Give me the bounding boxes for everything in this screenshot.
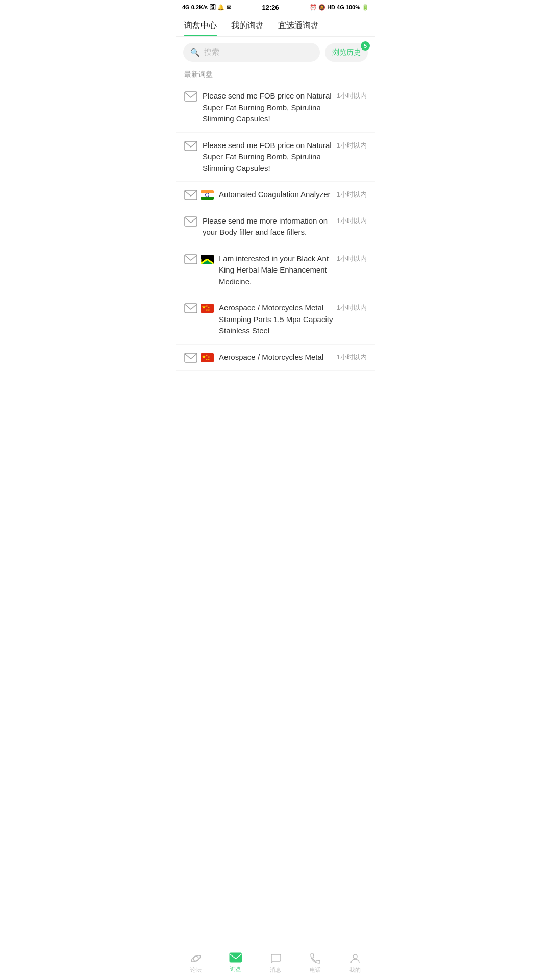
inquiry-time: 1小时以内 (337, 303, 367, 312)
mail-icon (184, 141, 197, 151)
inquiry-content: Please send me FOB price on Natural Supe… (203, 140, 367, 175)
bell-icon: 🔔 (217, 4, 224, 11)
inquiry-content: Aerospace / Motorcycles Metal 1小时以内 (219, 352, 367, 363)
inquiry-time: 1小时以内 (337, 91, 367, 101)
mail-active-icon (229, 952, 242, 964)
inquiry-time: 1小时以内 (337, 254, 367, 263)
svg-rect-12 (185, 304, 197, 313)
list-item[interactable]: I am interested in your Black Ant King H… (176, 246, 375, 296)
mail-icon (184, 353, 197, 363)
inquiry-icons (184, 254, 214, 264)
svg-rect-0 (185, 92, 197, 101)
list-item[interactable]: Please send me FOB price on Natural Supe… (176, 83, 375, 133)
status-right: ⏰ 🔕 HD 4G 100% 🔋 (310, 4, 369, 11)
search-placeholder: 搜索 (204, 47, 219, 57)
inquiry-text: Aerospace / Motorcycles Metal (219, 352, 323, 363)
alarm-icon: ⏰ (310, 4, 317, 11)
inquiry-icons (184, 91, 197, 102)
india-flag-icon (201, 190, 214, 200)
inquiry-content: I am interested in your Black Ant King H… (219, 253, 367, 288)
app-icon-s: 🇸 (210, 4, 215, 10)
mail-icon (184, 216, 197, 227)
inquiry-icons: ★ ★ ★ ★ ★ (184, 353, 214, 363)
nav-label-mine: 我的 (349, 966, 361, 974)
inquiry-text: Automated Coagulation Analyzer (219, 189, 330, 201)
inquiry-time: 1小时以内 (337, 141, 367, 150)
no-sound-icon: 🔕 (318, 4, 325, 11)
jamaica-flag-icon (201, 255, 214, 264)
inquiry-icons (184, 141, 197, 151)
list-item[interactable]: Please send me more information on your … (176, 208, 375, 246)
inquiry-text: I am interested in your Black Ant King H… (219, 253, 337, 288)
inquiry-time: 1小时以内 (337, 190, 367, 199)
phone-icon (309, 952, 321, 965)
status-bar: 4G 0.2K/s 🇸 🔔 ✉ 12:26 ⏰ 🔕 HD 4G 100% 🔋 (176, 0, 375, 14)
mail-icon (184, 190, 197, 200)
inquiry-text: Please send me FOB price on Natural Supe… (203, 140, 337, 175)
history-button[interactable]: 浏览历史 5 (325, 43, 368, 62)
tab-bar: 询盘中心 我的询盘 宜选通询盘 (176, 14, 375, 37)
signal-info: HD 4G 100% (327, 4, 360, 10)
inquiry-text: Please send me more information on your … (203, 215, 337, 238)
inquiry-icons: ★ ★ ★ ★ ★ (184, 303, 214, 313)
history-label: 浏览历史 (332, 48, 361, 56)
person-icon (349, 952, 361, 965)
nav-label-phone: 电话 (310, 966, 321, 974)
mail-icon (184, 91, 197, 102)
section-title: 最新询盘 (176, 68, 375, 83)
list-item[interactable]: ★ ★ ★ ★ ★ Aerospace / Motorcycles Metal … (176, 345, 375, 371)
status-time: 12:26 (262, 4, 279, 11)
nav-label-inquiry: 询盘 (230, 965, 241, 973)
inquiry-icons (184, 216, 197, 227)
china-flag-icon: ★ ★ ★ ★ ★ (201, 304, 214, 313)
tab-my-inquiry[interactable]: 我的询盘 (231, 14, 264, 36)
inquiry-text: Aerospace / Motorcycles Metal Stamping P… (219, 302, 337, 337)
inquiry-text: Please send me FOB price on Natural Supe… (203, 90, 337, 125)
tab-yixuan-inquiry[interactable]: 宜选通询盘 (278, 14, 319, 36)
inquiry-content: Aerospace / Motorcycles Metal Stamping P… (219, 302, 367, 337)
nav-label-forum: 论坛 (190, 966, 202, 974)
svg-rect-2 (185, 190, 197, 200)
bottom-nav: 论坛 询盘 消息 电话 我的 (176, 948, 375, 980)
inquiry-icons (184, 190, 214, 200)
svg-rect-19 (185, 353, 197, 362)
status-left: 4G 0.2K/s 🇸 🔔 ✉ (182, 4, 231, 11)
inquiry-content: Automated Coagulation Analyzer 1小时以内 (219, 189, 367, 201)
inquiry-content: Please send me FOB price on Natural Supe… (203, 90, 367, 125)
inquiry-content: Please send me more information on your … (203, 215, 367, 238)
svg-point-29 (353, 954, 357, 959)
svg-rect-1 (185, 141, 197, 151)
history-badge: 5 (361, 41, 370, 51)
network-info: 4G 0.2K/s (182, 4, 208, 10)
tab-inquiry-center[interactable]: 询盘中心 (184, 14, 217, 36)
search-box[interactable]: 🔍 搜索 (183, 43, 320, 62)
china-flag-icon: ★ ★ ★ ★ ★ (201, 353, 214, 362)
inquiry-time: 1小时以内 (337, 353, 367, 362)
nav-item-forum[interactable]: 论坛 (181, 952, 211, 974)
svg-point-26 (193, 956, 198, 961)
planet-icon (190, 952, 202, 965)
inquiry-time: 1小时以内 (337, 216, 367, 226)
list-item[interactable]: Automated Coagulation Analyzer 1小时以内 (176, 182, 375, 208)
list-item[interactable]: ★ ★ ★ ★ ★ Aerospace / Motorcycles Metal … (176, 295, 375, 345)
nav-item-phone[interactable]: 电话 (300, 952, 331, 974)
search-icon: 🔍 (190, 48, 200, 57)
mail-icon (184, 254, 197, 264)
nav-item-message[interactable]: 消息 (260, 952, 291, 974)
battery-icon: 🔋 (362, 4, 369, 11)
nav-item-inquiry[interactable]: 询盘 (220, 952, 251, 974)
list-item[interactable]: Please send me FOB price on Natural Supe… (176, 133, 375, 182)
mail-notif-icon: ✉ (227, 4, 231, 11)
mail-icon (184, 303, 197, 313)
chat-icon (269, 952, 282, 965)
search-area: 🔍 搜索 浏览历史 5 (176, 37, 375, 68)
svg-point-27 (190, 954, 201, 963)
nav-label-message: 消息 (270, 966, 281, 974)
svg-rect-4 (185, 255, 197, 264)
svg-marker-7 (201, 255, 214, 259)
inquiry-list: Please send me FOB price on Natural Supe… (176, 83, 375, 371)
svg-rect-28 (230, 953, 242, 962)
svg-rect-3 (185, 217, 197, 226)
nav-item-mine[interactable]: 我的 (340, 952, 370, 974)
